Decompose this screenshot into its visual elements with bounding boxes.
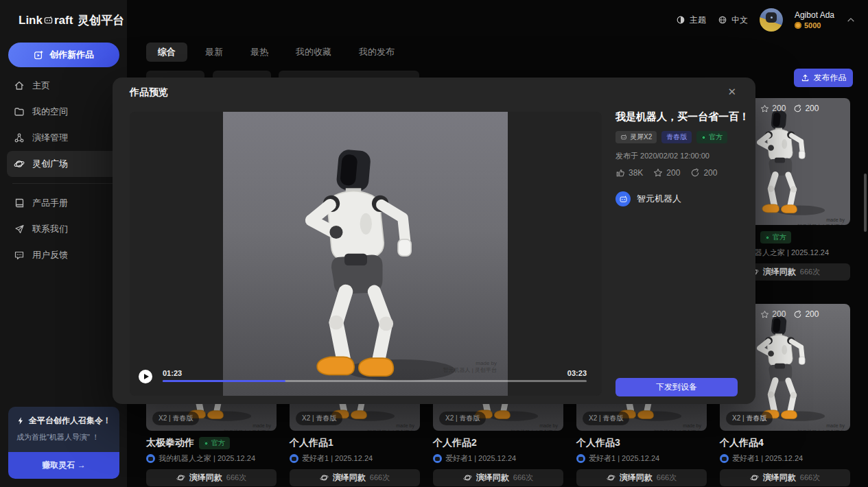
theme-toggle[interactable]: 主题 xyxy=(676,14,706,26)
remix-planet-icon xyxy=(320,473,329,482)
card-title: 太极拳动作 xyxy=(146,437,194,449)
official-tag: 官方 xyxy=(696,131,727,143)
paper-plane-icon xyxy=(14,224,25,235)
work-tags: 灵犀X2 青春版 官方 xyxy=(615,131,738,143)
shares-stat[interactable]: 200 xyxy=(690,168,717,178)
remix-planet-icon xyxy=(607,473,615,482)
app-root: 综合 最新 最热 我的收藏 我的发布 发布作品 38K 200 200 made… xyxy=(0,0,868,487)
official-badge: 官方 xyxy=(199,437,230,449)
sidebar-item-my-space[interactable]: 我的空间 xyxy=(7,99,120,125)
edition-tag: 青春版 xyxy=(661,131,692,143)
sidebar-nav: 主页 我的空间 演绎管理 灵创广场 产品手册 联系我们 xyxy=(0,73,127,268)
remix-button[interactable]: 演绎同款666次 xyxy=(720,469,850,486)
official-dot-icon xyxy=(701,135,706,140)
card-author-line: 我的机器人之家 | 2025.12.24 xyxy=(146,453,277,464)
progress-bar[interactable] xyxy=(163,380,587,382)
sidebar-item-performance-management[interactable]: 演绎管理 xyxy=(7,125,120,151)
remix-button[interactable]: 演绎同款666次 xyxy=(576,469,707,486)
publish-date: 发布于 2020/02/02 12:00:00 xyxy=(615,151,738,161)
scrollbar-thumb[interactable] xyxy=(864,174,867,232)
tab-hottest[interactable]: 最热 xyxy=(241,43,278,62)
tab-newest[interactable]: 最新 xyxy=(196,43,233,62)
folder-icon xyxy=(14,106,25,117)
lightning-icon xyxy=(16,416,25,425)
sidebar-divider xyxy=(12,183,115,184)
app-logo: Linkraft 灵创平台 xyxy=(19,12,124,28)
thumbnail-watermark: made by智元机器人 | 灵创平台 xyxy=(797,217,845,225)
tab-overall[interactable]: 综合 xyxy=(146,43,187,62)
robot-video-image xyxy=(278,141,456,390)
play-button[interactable] xyxy=(139,370,152,383)
feedback-bubble-icon xyxy=(14,250,25,261)
remix-button[interactable]: 演绎同款666次 xyxy=(290,469,420,486)
sidebar-item-user-feedback[interactable]: 用户反馈 xyxy=(7,242,120,268)
model-badge: X2 | 青春版 xyxy=(583,412,629,425)
user-coins: 5000 xyxy=(795,21,834,29)
creator-recruit-promo: 全平台创作人召集令！ 成为首批"机器人导演" ！ 赚取灵石 → xyxy=(8,407,119,479)
card-title: 个人作品2 xyxy=(433,437,477,449)
bot-head-icon xyxy=(619,195,628,204)
share-icon xyxy=(793,310,802,319)
thumbnail-watermark: made by智元机器人 | 灵创平台 xyxy=(654,423,701,431)
work-info-panel: 我是机器人，买一台省一百！ 灵犀X2 青春版 官方 发布于 2020/02/02… xyxy=(615,110,738,206)
current-time: 01:23 xyxy=(163,369,182,377)
user-name: Agibot Ada xyxy=(795,10,834,20)
model-badge: X2 | 青春版 xyxy=(152,412,199,425)
language-switcher[interactable]: 中文 xyxy=(718,14,748,26)
chevron-up-icon[interactable] xyxy=(846,15,856,25)
progress-fill xyxy=(163,380,285,382)
nodes-icon xyxy=(14,132,25,143)
sidebar-item-lingchuang-plaza[interactable]: 灵创广场 xyxy=(7,151,120,177)
close-icon[interactable]: ✕ xyxy=(725,84,739,99)
theme-icon xyxy=(676,15,685,25)
remix-button[interactable]: 演绎同款666次 xyxy=(146,469,277,486)
promo-title: 全平台创作人召集令！ xyxy=(16,415,111,427)
create-new-work-button[interactable]: 创作新作品 xyxy=(8,43,119,67)
card-title: 个人作品4 xyxy=(720,437,764,449)
thumbnail-watermark: made by智元机器人 | 灵创平台 xyxy=(367,423,414,431)
planet-icon xyxy=(14,158,25,169)
remix-planet-icon xyxy=(750,473,759,482)
remix-button[interactable]: 演绎同款666次 xyxy=(433,469,563,486)
bot-head-icon xyxy=(620,134,627,141)
earn-gems-button[interactable]: 赚取灵石 → xyxy=(8,452,119,479)
send-to-device-button[interactable]: 下发到设备 xyxy=(615,378,738,396)
card-author-line: 爱好者1 | 2025.12.24 xyxy=(576,453,707,464)
user-avatar[interactable] xyxy=(760,8,783,32)
globe-icon xyxy=(718,15,727,25)
stars-stat[interactable]: 200 xyxy=(653,168,680,178)
model-badge: X2 | 青春版 xyxy=(296,412,342,425)
publish-work-label: 发布作品 xyxy=(814,72,847,84)
promo-body: 全平台创作人召集令！ 成为首批"机器人导演" ！ xyxy=(8,407,119,452)
official-dot-icon xyxy=(204,441,209,446)
create-video-icon xyxy=(34,50,44,60)
author-name: 智元机器人 xyxy=(637,193,681,205)
modal-title: 作品预览 xyxy=(130,86,168,99)
feed-tabs: 综合 最新 最热 我的收藏 我的发布 xyxy=(146,43,404,62)
work-author[interactable]: 智元机器人 xyxy=(615,191,738,206)
card-title: 个人作品1 xyxy=(290,437,333,449)
thumbnail-watermark: made by智元机器人 | 灵创平台 xyxy=(797,423,845,431)
star-icon xyxy=(760,104,769,113)
work-preview-modal: 作品预览 ✕ made by智元机器人 | 灵创平台 01:23 03:23 我… xyxy=(113,78,755,404)
sidebar-item-product-manual[interactable]: 产品手册 xyxy=(7,190,120,216)
likes-stat[interactable]: 38K xyxy=(615,168,643,178)
star-icon xyxy=(653,168,663,178)
work-title: 我是机器人，买一台省一百！ xyxy=(615,110,738,123)
tab-favorites[interactable]: 我的收藏 xyxy=(286,43,341,62)
tab-my-posts[interactable]: 我的发布 xyxy=(349,43,404,62)
remix-planet-icon xyxy=(463,473,472,482)
publish-work-button[interactable]: 发布作品 xyxy=(794,69,853,87)
video-player[interactable]: made by智元机器人 | 灵创平台 01:23 03:23 xyxy=(130,112,602,396)
sidebar-item-home[interactable]: 主页 xyxy=(7,73,120,99)
card-author-line: 爱好者1 | 2025.12.24 xyxy=(433,453,563,464)
home-icon xyxy=(14,80,25,91)
book-icon xyxy=(14,198,25,209)
author-avatar xyxy=(433,454,442,463)
star-icon xyxy=(760,310,769,319)
card-author-line: 爱好者1 | 2025.12.24 xyxy=(720,453,850,464)
work-stats: 38K 200 200 xyxy=(615,168,738,178)
card-title: 个人作品3 xyxy=(576,437,620,449)
video-watermark: made by智元机器人 | 灵创平台 xyxy=(443,360,497,374)
sidebar-item-contact-us[interactable]: 联系我们 xyxy=(7,216,120,242)
